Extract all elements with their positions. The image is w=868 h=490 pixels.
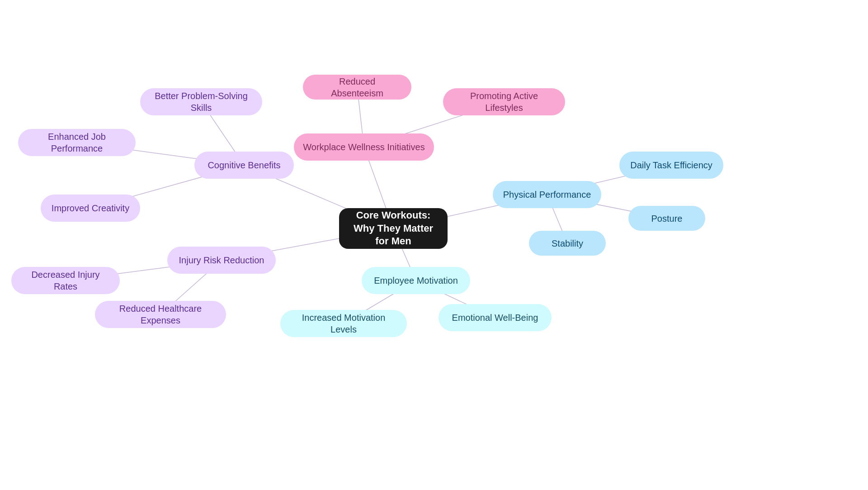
node-improved-creativity: Improved Creativity — [41, 195, 140, 222]
node-employee-motivation: Employee Motivation — [362, 267, 470, 294]
node-daily-task: Daily Task Efficiency — [619, 152, 723, 179]
node-promoting: Promoting Active Lifestyles — [443, 88, 565, 115]
node-reduced-healthcare: Reduced Healthcare Expenses — [95, 301, 226, 328]
node-reduced-absenteeism: Reduced Absenteeism — [303, 75, 411, 100]
node-posture: Posture — [628, 206, 705, 231]
node-stability: Stability — [529, 231, 606, 256]
center-node: Core Workouts: Why They Matter for Men — [339, 208, 448, 249]
node-cognitive: Cognitive Benefits — [194, 152, 294, 179]
node-decreased-injury: Decreased Injury Rates — [11, 267, 120, 294]
node-physical: Physical Performance — [493, 181, 601, 208]
node-enhanced-job: Enhanced Job Performance — [18, 129, 136, 156]
node-better-problem: Better Problem-Solving Skills — [140, 88, 262, 115]
node-increased-motivation: Increased Motivation Levels — [280, 310, 407, 337]
node-workplace: Workplace Wellness Initiatives — [294, 133, 434, 161]
node-injury: Injury Risk Reduction — [167, 247, 276, 274]
node-emotional: Emotional Well-Being — [439, 304, 552, 331]
